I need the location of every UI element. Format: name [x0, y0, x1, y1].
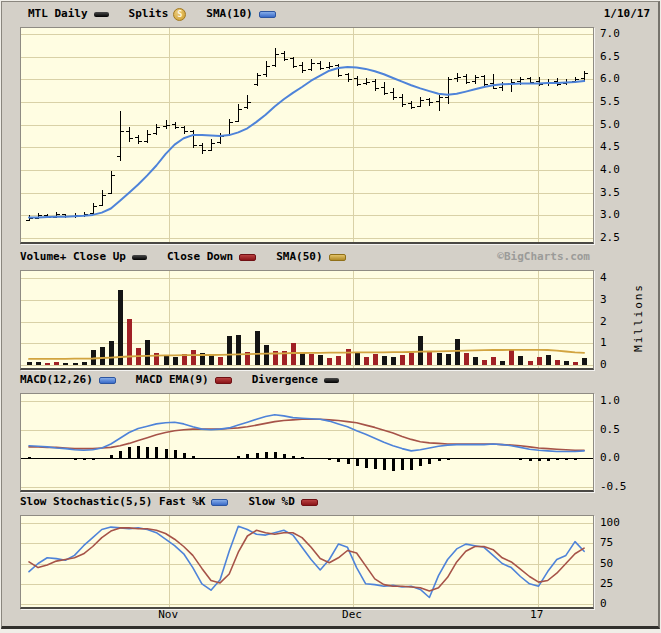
volume-panel	[20, 270, 594, 370]
legend-item: MACD EMA(9)	[136, 373, 232, 386]
copyright-watermark: ©BigCharts.com	[497, 247, 590, 267]
legend-swatch-red	[239, 254, 256, 261]
y-axis-tick: 4.0	[600, 163, 640, 176]
legend-label: Divergence	[252, 373, 318, 386]
price-panel-legend: MTL DailySplitsSSMA(10)	[2, 4, 658, 24]
y-axis-tick: 1	[600, 336, 640, 349]
legend-label: MACD(12,26)	[20, 373, 93, 386]
y-axis-tick: 4.5	[600, 140, 640, 153]
splits-icon: S	[173, 8, 186, 21]
legend-swatch-blue	[211, 499, 228, 506]
legend-swatch-blue	[99, 377, 116, 384]
chart-date: 1/10/17	[604, 4, 650, 24]
macd-panel	[20, 393, 594, 492]
y-axis-tick: 5.0	[600, 118, 640, 131]
y-axis-tick: 3.0	[600, 208, 640, 221]
y-axis-tick: 0	[600, 358, 640, 371]
legend-swatch-blue	[259, 11, 276, 18]
legend-label: SMA(50)	[276, 250, 322, 263]
legend-swatch-black	[132, 255, 147, 260]
legend-item: Close Down	[167, 250, 256, 263]
legend-label: Splits	[129, 7, 169, 20]
price-panel	[20, 27, 594, 244]
y-axis-tick: 0.5	[600, 423, 640, 436]
legend-label: Slow Stochastic(5,5) Fast %K	[20, 495, 205, 508]
legend-item: Volume+ Close Up	[20, 250, 147, 263]
y-axis-tick: 5.5	[600, 95, 640, 108]
y-axis-tick: 6.5	[600, 50, 640, 63]
legend-label: Close Down	[167, 250, 233, 263]
legend-swatch-gold	[329, 254, 346, 261]
legend-item: MTL Daily	[28, 7, 109, 20]
legend-label: Volume+ Close Up	[20, 250, 126, 263]
y-axis-tick: 0	[600, 597, 640, 610]
stochastic-panel	[20, 515, 594, 609]
legend-swatch-red	[301, 499, 318, 506]
legend-swatch-black	[94, 12, 109, 17]
y-axis-tick: 7.0	[600, 27, 640, 40]
y-axis-tick: -0.5	[600, 480, 640, 493]
y-axis-tick: 3	[600, 293, 640, 306]
y-axis-tick: 25	[600, 577, 640, 590]
legend-item: SplitsS	[129, 7, 187, 20]
price-chart-canvas	[21, 28, 593, 242]
y-axis-tick: 2	[600, 315, 640, 328]
chart-frame: MTL DailySplitsSSMA(10) 1/10/17 Volume+ …	[1, 1, 660, 629]
legend-label: SMA(10)	[206, 7, 252, 20]
legend-label: MACD EMA(9)	[136, 373, 209, 386]
x-axis-label: Dec	[330, 608, 374, 621]
legend-item: SMA(10)	[206, 7, 275, 20]
stochastic-chart-canvas	[21, 516, 593, 607]
y-axis-tick: 3.5	[600, 186, 640, 199]
legend-item: Slow Stochastic(5,5) Fast %K	[20, 495, 228, 508]
legend-item: Divergence	[252, 373, 339, 386]
y-axis-tick: 4	[600, 271, 640, 284]
volume-chart-canvas	[21, 271, 593, 368]
macd-chart-canvas	[21, 394, 593, 490]
y-axis-tick: 100	[600, 516, 640, 529]
bigcharts-stock-chart: MTL DailySplitsSSMA(10) 1/10/17 Volume+ …	[0, 0, 661, 633]
legend-item: SMA(50)	[276, 250, 345, 263]
y-axis-tick: 0.0	[600, 451, 640, 464]
y-axis-tick: 6.0	[600, 72, 640, 85]
y-axis-tick: 1.0	[600, 394, 640, 407]
stochastic-panel-legend: Slow Stochastic(5,5) Fast %KSlow %D	[2, 492, 658, 512]
legend-item: Slow %D	[248, 495, 317, 508]
y-axis-tick: 50	[600, 557, 640, 570]
y-axis-tick: 75	[600, 536, 640, 549]
macd-panel-legend: MACD(12,26)MACD EMA(9)Divergence	[2, 370, 658, 390]
legend-swatch-black	[324, 378, 339, 383]
y-axis-tick: 2.5	[600, 231, 640, 244]
legend-swatch-red	[215, 377, 232, 384]
legend-label: Slow %D	[248, 495, 294, 508]
legend-label: MTL Daily	[28, 7, 88, 20]
x-axis-label: 17	[515, 608, 559, 621]
x-axis-label: Nov	[146, 608, 190, 621]
legend-item: MACD(12,26)	[20, 373, 116, 386]
